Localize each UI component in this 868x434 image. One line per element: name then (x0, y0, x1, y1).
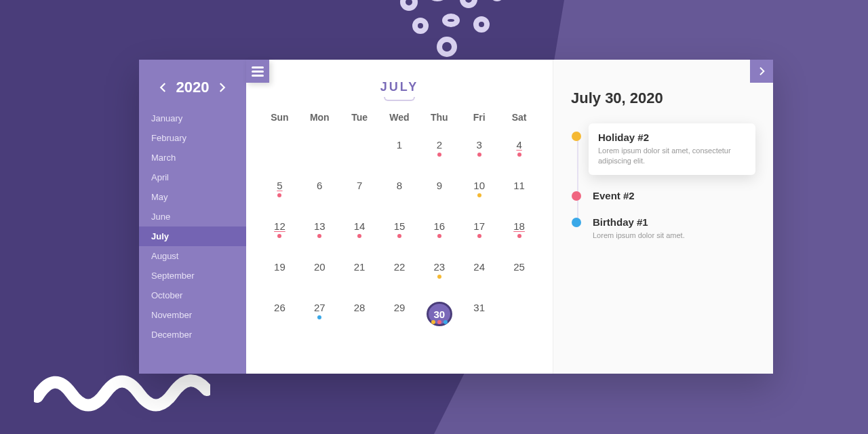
event-dots (277, 193, 281, 197)
day-cell-2[interactable]: 2 (419, 139, 459, 163)
prev-year-button[interactable] (157, 81, 170, 94)
event-dots (317, 234, 321, 238)
day-cell-12[interactable]: 12 (260, 220, 300, 245)
event-dots (437, 153, 441, 157)
day-cell-9[interactable]: 9 (419, 180, 459, 204)
year-label: 2020 (176, 79, 210, 96)
day-cell-19[interactable]: 19 (260, 261, 300, 285)
sidebar-month-october[interactable]: October (139, 285, 246, 305)
sidebar-month-may[interactable]: May (139, 187, 246, 207)
day-cell-28[interactable]: 28 (340, 302, 380, 326)
sidebar-month-december[interactable]: December (139, 325, 246, 344)
sidebar-month-september[interactable]: September (139, 266, 246, 285)
month-sidebar: 2020 JanuaryFebruaryMarchAprilMayJuneJul… (139, 60, 246, 374)
day-number: 6 (317, 180, 322, 191)
calendar-widget: 2020 JanuaryFebruaryMarchAprilMayJuneJul… (139, 60, 773, 374)
event-dots (477, 153, 481, 157)
weekday-header: Fri (459, 112, 499, 123)
day-cell-10[interactable]: 10 (459, 180, 499, 204)
day-number: 15 (394, 220, 406, 232)
event-dots (517, 153, 521, 157)
day-cell-8[interactable]: 8 (380, 180, 420, 204)
panel-date: July 30, 2020 (571, 90, 755, 107)
sidebar-month-january[interactable]: January (139, 108, 246, 128)
sidebar-month-june[interactable]: June (139, 207, 246, 226)
day-cell-29[interactable]: 29 (380, 302, 420, 326)
next-year-button[interactable] (216, 81, 228, 94)
day-cell-17[interactable]: 17 (459, 220, 499, 245)
day-cell-18[interactable]: 18 (499, 220, 539, 245)
weekday-header: Thu (419, 112, 459, 123)
event-dot-icon (572, 191, 581, 201)
event-dots (437, 275, 441, 279)
day-number: 17 (473, 220, 485, 232)
day-number: 1 (397, 139, 402, 151)
event-dot-icon (572, 218, 581, 227)
weekday-header: Mon (300, 112, 340, 123)
event-title: Event #2 (593, 190, 755, 201)
event-panel: July 30, 2020 Holiday #2Lorem ipsum dolo… (553, 60, 773, 374)
calendar-grid: SunMonTueWedThuFriSat1234567891011121314… (260, 112, 539, 326)
event-item[interactable]: Event #2 (593, 190, 755, 201)
day-number: 31 (473, 302, 485, 313)
event-item[interactable]: Holiday #2Lorem ipsum dolor sit amet, co… (589, 123, 755, 175)
weekday-header: Tue (340, 112, 380, 123)
day-cell-31[interactable]: 31 (459, 302, 499, 326)
day-number: 12 (274, 220, 285, 232)
day-cell-26[interactable]: 26 (260, 302, 300, 326)
event-item[interactable]: Birthday #1Lorem ipsum dolor sit amet. (593, 216, 755, 241)
sidebar-month-february[interactable]: February (139, 128, 246, 148)
day-number: 19 (274, 261, 285, 273)
day-number: 25 (513, 261, 525, 273)
event-dots (477, 193, 481, 197)
menu-button[interactable] (246, 60, 269, 83)
event-dots (431, 320, 448, 324)
event-dots (477, 234, 481, 238)
day-cell-24[interactable]: 24 (459, 261, 499, 285)
day-cell-25[interactable]: 25 (499, 261, 539, 285)
day-cell-21[interactable]: 21 (340, 261, 380, 285)
day-cell-empty (499, 302, 539, 326)
sidebar-month-march[interactable]: March (139, 148, 246, 167)
day-number: 24 (473, 261, 485, 273)
day-cell-23[interactable]: 23 (419, 261, 459, 285)
day-number: 14 (354, 220, 366, 232)
day-cell-1[interactable]: 1 (380, 139, 420, 163)
day-number: 9 (437, 180, 442, 191)
event-description: Lorem ipsum dolor sit amet. (593, 231, 755, 241)
day-number: 29 (394, 302, 406, 313)
day-cell-11[interactable]: 11 (499, 180, 539, 204)
sidebar-month-november[interactable]: November (139, 305, 246, 325)
event-dot-icon (572, 132, 581, 141)
day-cell-20[interactable]: 20 (300, 261, 340, 285)
sidebar-month-july[interactable]: July (139, 226, 246, 246)
day-number: 23 (434, 261, 446, 273)
day-cell-6[interactable]: 6 (300, 180, 340, 204)
day-cell-30[interactable]: 30 (419, 302, 459, 326)
event-title: Birthday #1 (593, 216, 755, 228)
weekday-header: Sat (499, 112, 539, 123)
day-cell-13[interactable]: 13 (300, 220, 340, 245)
panel-next-button[interactable] (750, 60, 773, 83)
day-cell-5[interactable]: 5 (260, 180, 300, 204)
day-cell-15[interactable]: 15 (380, 220, 420, 245)
event-title: Holiday #2 (598, 132, 746, 143)
day-cell-3[interactable]: 3 (459, 139, 499, 163)
day-number: 27 (314, 302, 326, 313)
day-number: 21 (354, 261, 366, 273)
day-cell-22[interactable]: 22 (380, 261, 420, 285)
day-cell-4[interactable]: 4 (499, 139, 539, 163)
event-dots (277, 234, 281, 238)
sidebar-month-april[interactable]: April (139, 167, 246, 187)
day-cell-16[interactable]: 16 (419, 220, 459, 245)
day-number: 28 (354, 302, 366, 313)
day-cell-7[interactable]: 7 (340, 180, 380, 204)
day-number: 22 (394, 261, 406, 273)
day-cell-14[interactable]: 14 (340, 220, 380, 245)
event-dots (357, 234, 361, 238)
day-cell-27[interactable]: 27 (300, 302, 340, 326)
day-cell-empty (340, 139, 380, 163)
sidebar-month-august[interactable]: August (139, 246, 246, 266)
day-number: 5 (277, 180, 282, 191)
calendar-title: JULY (260, 80, 539, 94)
